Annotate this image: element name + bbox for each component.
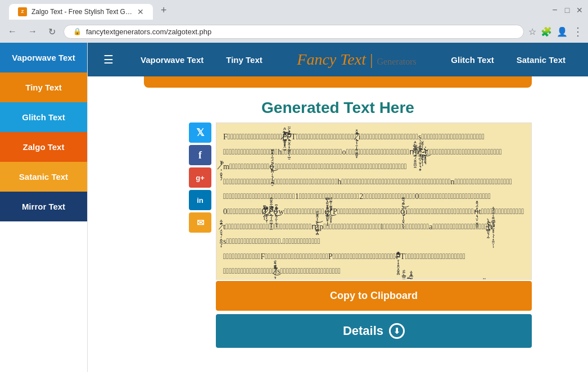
nav-satanic[interactable]: Satanic Text — [505, 55, 577, 65]
sidebar: Vaporwave Text Tiny Text Glitch Text Zal… — [0, 43, 88, 372]
maximize-button[interactable]: □ — [563, 6, 571, 14]
url-text: fancytextgenerators.com/zalgotext.php — [86, 28, 514, 36]
main-content: ☰ Vaporwave Text Tiny Text Fancy Text | … — [88, 43, 588, 372]
logo-generators: Generators — [377, 57, 417, 66]
google-share-button[interactable]: g+ — [189, 167, 211, 188]
facebook-icon: f — [198, 149, 202, 161]
sidebar-item-glitch[interactable]: Glitch Text — [0, 102, 87, 132]
sidebar-item-vaporwave[interactable]: Vaporwave Text — [0, 43, 87, 72]
top-button-partial — [144, 76, 532, 88]
active-tab[interactable]: Z Zalgo Text - Free Stylish Text Gen... … — [9, 4, 153, 20]
google-icon: g+ — [196, 174, 205, 182]
sidebar-item-satanic[interactable]: Satanic Text — [0, 162, 87, 192]
zalgo-text-content: F̷̨͕̬̰̖͉͚͍̥̪͑̈̊͊̅́͒̚P̸̡̨̪͓̦̳̪͓͇͓̤̱̤̓͋̀̈̂… — [223, 130, 524, 280]
twitter-icon: 𝕏 — [196, 126, 205, 139]
logo-text2: Text — [340, 51, 366, 68]
details-button[interactable]: Details ⬇ — [216, 314, 532, 348]
logo-fancy-text: Fancy — [297, 51, 336, 68]
nav-glitch[interactable]: Glitch Text — [440, 55, 505, 65]
sidebar-item-zalgo[interactable]: Zalgo Text — [0, 132, 87, 162]
copy-to-clipboard-button[interactable]: Copy to Clipboard — [216, 281, 532, 311]
top-navigation: ☰ Vaporwave Text Tiny Text Fancy Text | … — [88, 43, 588, 76]
hamburger-menu[interactable]: ☰ — [99, 48, 118, 71]
nav-vaporwave[interactable]: Vaporwave Text — [129, 55, 215, 65]
back-button[interactable]: ← — [4, 25, 20, 38]
lock-icon: 🔒 — [73, 28, 82, 35]
sidebar-item-mirror[interactable]: Mirror Text — [0, 192, 87, 221]
forward-button[interactable]: → — [25, 25, 40, 38]
tab-close-icon[interactable]: ✕ — [137, 7, 144, 16]
details-down-icon: ⬇ — [389, 323, 405, 339]
new-tab-button[interactable]: + — [154, 1, 174, 20]
close-button[interactable]: ✕ — [576, 6, 584, 14]
profile-icon[interactable]: 👤 — [557, 26, 568, 37]
linkedin-icon: in — [197, 196, 203, 205]
minimize-button[interactable]: − — [551, 6, 559, 14]
email-share-button[interactable]: ✉ — [189, 212, 211, 233]
facebook-share-button[interactable]: f — [189, 145, 211, 165]
zalgo-text-output[interactable]: F̷̨͕̬̰̖͉͚͍̥̪͑̈̊͊̅́͒̚P̸̡̨̪͓̦̳̪͓͇͓̤̱̤̓͋̀̈̂… — [216, 123, 532, 280]
tab-favicon: Z — [18, 7, 27, 16]
tab-title: Zalgo Text - Free Stylish Text Gen... — [31, 8, 133, 16]
email-icon: ✉ — [197, 217, 204, 228]
nav-tiny[interactable]: Tiny Text — [215, 55, 273, 65]
sidebar-item-tiny[interactable]: Tiny Text — [0, 72, 87, 102]
content-area: Generated Text Here 𝕏 f g+ in — [88, 76, 588, 348]
linkedin-share-button[interactable]: in — [189, 190, 211, 210]
address-bar[interactable]: 🔒 fancytextgenerators.com/zalgotext.php — [64, 25, 524, 39]
text-output-container: F̷̨͕̬̰̖͉͚͍̥̪͑̈̊͊̅́͒̚P̸̡̨̪͓̦̳̪͓͇͓̤̱̤̓͋̀̈̂… — [216, 123, 532, 348]
output-section: 𝕏 f g+ in ✉ — [88, 123, 588, 348]
refresh-button[interactable]: ↻ — [45, 25, 59, 38]
social-share-bar: 𝕏 f g+ in ✉ — [189, 123, 211, 348]
logo-separator: | — [370, 51, 373, 68]
twitter-share-button[interactable]: 𝕏 — [189, 123, 211, 143]
bookmark-icon[interactable]: ☆ — [528, 26, 536, 37]
site-logo[interactable]: Fancy Text | Generators — [274, 51, 440, 69]
extensions-icon[interactable]: 🧩 — [541, 26, 552, 37]
generated-title: Generated Text Here — [88, 88, 588, 123]
menu-icon[interactable]: ⋮ — [572, 25, 584, 38]
